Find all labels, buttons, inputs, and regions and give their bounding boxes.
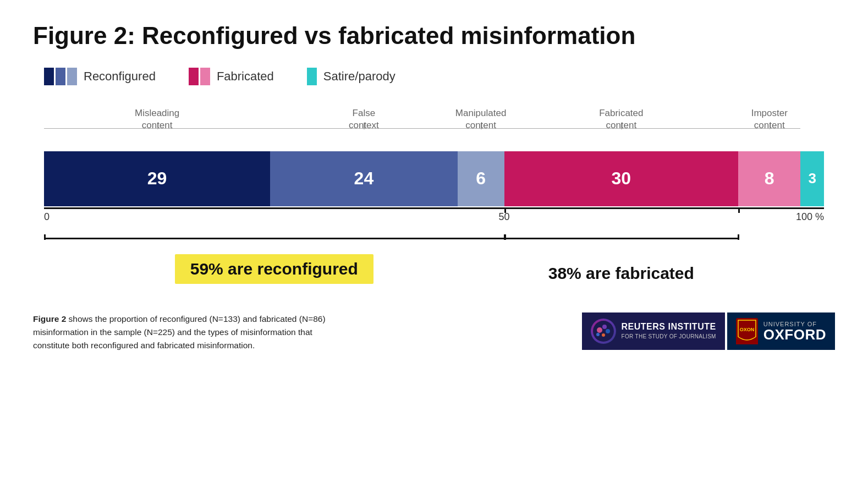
legend-reconfigured: Reconfigured	[44, 68, 156, 85]
svg-point-4	[602, 333, 605, 337]
axis-line	[44, 207, 824, 209]
reuters-sub: FOR THE STUDY OF JOURNALISM	[622, 333, 716, 340]
svg-text:OXON: OXON	[740, 327, 755, 332]
axis-zero: 0	[44, 211, 50, 223]
legend: Reconfigured Fabricated Satire/parody	[44, 68, 835, 85]
cat-label-false-context: Falsecontext	[349, 107, 379, 131]
summary-reconfigured-container: 59% are reconfigured	[44, 254, 504, 284]
summary-fabricated-label: 38% are fabricated	[548, 259, 694, 288]
category-labels-row: Misleadingcontent Falsecontext Manipulat…	[44, 107, 824, 151]
reuters-logo-text: REUTERS INSTITUTE FOR THE STUDY OF JOURN…	[622, 322, 716, 340]
bar-fabricated-content: 30	[504, 151, 738, 206]
footer-text-rest: shows the proportion of reconfigured (N=…	[33, 314, 326, 350]
bar-imposter: 8	[738, 151, 800, 206]
legend-satire-label: Satire/parody	[323, 69, 395, 84]
svg-point-1	[597, 327, 602, 333]
cat-label-fabricated-content: Fabricatedcontent	[599, 107, 643, 131]
oxford-logo: OXON UNIVERSITY OF OXFORD	[727, 312, 835, 350]
stacked-bar: 29 24 6 30 8 3	[44, 151, 824, 206]
chart-area: Misleadingcontent Falsecontext Manipulat…	[44, 107, 824, 293]
summary-reconfigured-badge: 59% are reconfigured	[175, 254, 373, 284]
bracket-reconfigured-left	[44, 234, 46, 240]
svg-point-5	[596, 333, 600, 336]
legend-fabricated: Fabricated	[189, 68, 274, 85]
footer-logos: REUTERS INSTITUTE FOR THE STUDY OF JOURN…	[582, 312, 835, 350]
bar-satire: 3	[800, 151, 824, 206]
svg-point-0	[593, 321, 614, 342]
fabricated-swatch	[189, 68, 210, 85]
cat-label-imposter: Impostercontent	[751, 107, 788, 131]
footer-text: Figure 2 shows the proportion of reconfi…	[33, 312, 341, 352]
reuters-logo: REUTERS INSTITUTE FOR THE STUDY OF JOURN…	[582, 312, 725, 350]
page-title: Figure 2: Reconfigured vs fabricated mis…	[33, 22, 835, 50]
bar-misleading: 29	[44, 151, 270, 206]
oxford-shield-icon: OXON	[736, 318, 758, 344]
satire-swatch	[307, 68, 317, 85]
bracket-reconfigured	[44, 238, 504, 239]
reconfigured-swatch	[44, 68, 77, 85]
reuters-brand: REUTERS INSTITUTE	[622, 322, 716, 332]
legend-fabricated-label: Fabricated	[217, 69, 274, 84]
bracket-fabricated	[504, 238, 738, 239]
oxford-brand: OXFORD	[763, 327, 826, 342]
cat-label-misleading: Misleadingcontent	[135, 107, 179, 131]
axis-end: 100 %	[796, 211, 824, 223]
svg-point-2	[602, 325, 607, 329]
oxford-logo-text: UNIVERSITY OF OXFORD	[763, 321, 826, 342]
summary-row: 59% are reconfigured 38% are fabricated	[44, 254, 824, 293]
reuters-logo-icon	[591, 319, 616, 344]
cat-label-manipulated: Manipulatedcontent	[455, 107, 507, 131]
bar-manipulated: 6	[458, 151, 504, 206]
footer: Figure 2 shows the proportion of reconfi…	[33, 312, 835, 352]
bracket-fabricated-right	[738, 234, 739, 240]
legend-satire: Satire/parody	[307, 68, 395, 85]
bracket-fabricated-left	[504, 234, 506, 240]
svg-point-3	[606, 329, 610, 333]
legend-reconfigured-label: Reconfigured	[84, 69, 156, 84]
axis-mid: 50	[499, 211, 510, 223]
bracket-area	[44, 230, 824, 252]
footer-figure-bold: Figure 2	[33, 314, 66, 323]
axis-labels: 0 50 100 %	[44, 211, 824, 228]
summary-fabricated-container: 38% are fabricated	[504, 254, 738, 293]
bar-false-context: 24	[270, 151, 457, 206]
